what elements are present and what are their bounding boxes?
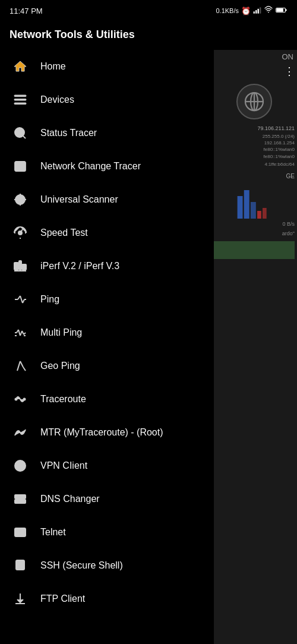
home-icon (12, 58, 29, 75)
app-header: Network Tools & Utilities (0, 19, 297, 50)
app-title: Network Tools & Utilities (10, 29, 135, 41)
svg-line-34 (20, 296, 23, 303)
background-content: ON ⋮ 79.106.211.121 255.255.0 (/24) 192.… (211, 50, 297, 644)
network-change-tracer-icon (12, 158, 29, 175)
svg-rect-28 (14, 263, 18, 270)
speed-value: 0 B/s (211, 220, 297, 228)
dns-changer-label: DNS Changer (40, 494, 100, 504)
more-ip: 4:1ffe:b6dc/64 (211, 160, 297, 168)
traceroute-icon (12, 391, 29, 408)
svg-rect-16 (263, 208, 267, 219)
svg-point-20 (15, 128, 24, 137)
svg-rect-3 (260, 7, 261, 13)
hostname: ardo" (211, 228, 297, 239)
svg-rect-13 (244, 190, 249, 219)
svg-rect-30 (22, 264, 26, 270)
ip-address: 79.106.211.121 (211, 124, 297, 132)
sidebar-item-geo-ping[interactable]: Geo Ping (0, 349, 214, 383)
network-change-tracer-label: Network Change Tracer (40, 161, 141, 172)
home-label: Home (40, 61, 66, 72)
sidebar-item-ftp-client[interactable]: FTP Client (0, 582, 214, 615)
svg-point-53 (17, 496, 18, 497)
sidebar-item-status-tracer[interactable]: Status Tracer (0, 116, 214, 150)
ping-label: Ping (40, 294, 59, 305)
sidebar-item-multi-ping[interactable]: Multi Ping (0, 316, 214, 349)
alarm-icon: ⏰ (241, 7, 251, 15)
svg-line-35 (23, 299, 24, 303)
sidebar-item-mtr[interactable]: MTR (MyTraceroute) - (Root) (0, 416, 214, 449)
iperf-icon (12, 258, 29, 274)
devices-label: Devices (40, 94, 74, 105)
geo-ping-icon (12, 358, 29, 374)
signal-icon (253, 6, 261, 16)
sidebar-item-network-change-tracer[interactable]: Network Change Tracer (0, 150, 214, 183)
svg-point-58 (20, 567, 21, 569)
traceroute-label: Traceroute (40, 394, 86, 405)
svg-rect-14 (251, 202, 256, 219)
svg-rect-6 (276, 8, 283, 12)
svg-rect-2 (258, 8, 259, 13)
sidebar-item-traceroute[interactable]: Traceroute (0, 383, 214, 416)
network-type: GE (211, 168, 297, 182)
sidebar-item-speed-test[interactable]: Speed Test (0, 216, 214, 250)
status-time: 11:47 PM (10, 7, 43, 15)
sidebar-item-iperf[interactable]: iPerf V.2 / iPerf V.3 (0, 250, 214, 283)
main-layout: ON ⋮ 79.106.211.121 255.255.0 (/24) 192.… (0, 50, 297, 644)
svg-rect-15 (257, 211, 261, 219)
svg-point-4 (268, 12, 269, 13)
dns-changer-icon (12, 491, 29, 507)
iperf-label: iPerf V.2 / iPerf V.3 (40, 261, 119, 272)
sidebar-item-devices[interactable]: Devices (0, 83, 214, 116)
sidebar-item-dns-changer[interactable]: DNS Changer (0, 482, 214, 516)
sidebar-item-home[interactable]: Home (0, 50, 214, 83)
svg-line-45 (17, 361, 20, 371)
devices-icon (12, 91, 29, 108)
network-speed: 0.1KB/s (216, 7, 239, 14)
mtr-icon (12, 424, 29, 441)
speed-test-icon (12, 225, 29, 241)
ftp-client-label: FTP Client (40, 594, 85, 604)
sidebar-item-telnet[interactable]: Telnet (0, 516, 214, 549)
sidebar-item-ssh[interactable]: SSH (Secure Shell) (0, 549, 214, 582)
vpn-client-icon (12, 457, 29, 474)
status-tracer-icon (12, 125, 29, 141)
subnet-info: 255.255.0 (/24) 192.168.1.254 fe80::1%wl… (211, 132, 297, 160)
ping-icon (12, 291, 29, 308)
ftp-client-icon (12, 591, 29, 607)
on-badge: ON (211, 50, 297, 64)
svg-rect-1 (255, 10, 257, 14)
svg-point-49 (24, 399, 26, 400)
green-bar (213, 241, 295, 259)
ssh-label: SSH (Secure Shell) (40, 560, 123, 571)
vpn-client-label: VPN CIient (40, 460, 87, 471)
svg-line-42 (24, 333, 26, 334)
svg-point-54 (17, 501, 18, 502)
status-tracer-label: Status Tracer (40, 128, 97, 138)
svg-line-46 (20, 361, 23, 367)
multi-ping-icon (12, 324, 29, 341)
svg-line-47 (23, 367, 26, 371)
svg-rect-0 (254, 11, 255, 14)
status-right: 0.1KB/s ⏰ (216, 6, 287, 16)
battery-icon (276, 6, 287, 15)
speed-chart (211, 184, 297, 220)
svg-rect-29 (19, 261, 21, 270)
svg-rect-12 (238, 196, 243, 219)
ssh-icon (12, 557, 29, 574)
more-options-button[interactable]: ⋮ (211, 64, 297, 79)
svg-rect-18 (14, 99, 26, 101)
geo-ping-label: Geo Ping (40, 361, 80, 371)
wifi-icon (264, 6, 273, 15)
universal-scanner-label: Universal Scanner (40, 194, 118, 205)
sidebar-item-vpn-client[interactable]: VPN CIient (0, 449, 214, 482)
telnet-label: Telnet (40, 527, 66, 538)
sidebar-item-ping[interactable]: Ping (0, 283, 214, 316)
mtr-label: MTR (MyTraceroute) - (Root) (40, 427, 163, 438)
sidebar-item-universal-scanner[interactable]: Universal Scanner (0, 183, 214, 216)
universal-scanner-icon (12, 191, 29, 208)
svg-point-48 (15, 399, 17, 400)
multi-ping-label: Multi Ping (40, 327, 82, 338)
status-bar: 11:47 PM 0.1KB/s ⏰ (0, 0, 297, 19)
navigation-drawer: Home Devices Status Tracer (0, 50, 214, 644)
speed-test-label: Speed Test (40, 228, 88, 238)
